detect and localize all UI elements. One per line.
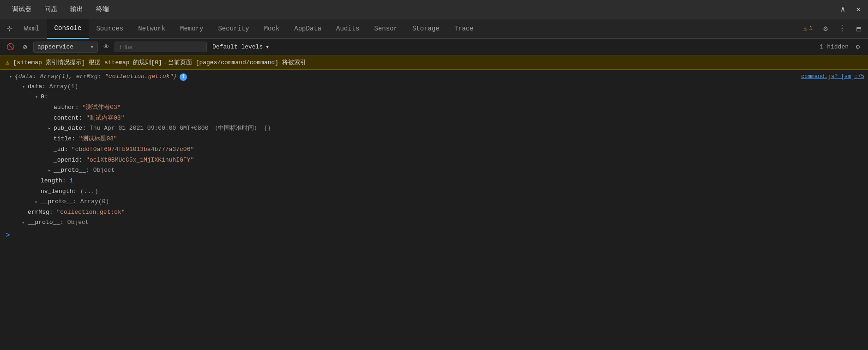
tab-sources[interactable]: Sources <box>89 18 131 39</box>
warning-bar: ⚠ [sitemap 索引情况提示] 根据 sitemap 的规则[0]，当前页… <box>0 55 868 70</box>
level-arrow: ▾ <box>265 43 269 51</box>
eye-icon[interactable]: 👁 <box>100 41 113 54</box>
tab-audits[interactable]: Audits <box>329 18 367 39</box>
menu-output[interactable]: 输出 <box>64 2 90 16</box>
console-content: {data: Array(1), errMsg: "collection.get… <box>0 70 868 350</box>
warning-text: [sitemap 索引情况提示] 根据 sitemap 的规则[0]，当前页面 … <box>13 58 306 66</box>
clear-console-button[interactable]: 🚫 <box>4 41 17 54</box>
hidden-count: 1 hidden ⚙ <box>820 41 864 54</box>
tab-mock[interactable]: Mock <box>257 18 287 39</box>
nv-length-value: (...) <box>80 187 98 196</box>
proto1-line[interactable]: __proto__: Object <box>0 165 868 175</box>
pubdate-expand-arrow[interactable] <box>46 126 53 132</box>
content-value: "测试内容03" <box>86 114 124 123</box>
proto3-key: __proto__: <box>28 218 64 227</box>
id-value: "cbddf0af6074fb91013ba4b777a37c06" <box>72 145 194 154</box>
content-line: content: "测试内容03" <box>0 113 868 123</box>
root-object-line[interactable]: {data: Array(1), errMsg: "collection.get… <box>0 72 868 82</box>
errmsg-key: errMsg: <box>28 208 53 217</box>
warning-badge[interactable]: ⚠ 1 <box>800 23 816 34</box>
index0-expand-arrow[interactable] <box>33 94 40 101</box>
errmsg-line: errMsg: "collection.get:ok" <box>0 207 868 217</box>
data-type: Array(1) <box>49 82 78 91</box>
minimize-button[interactable]: ∧ <box>839 3 847 16</box>
id-key-text: _id: <box>54 145 68 154</box>
tab-appdata[interactable]: AppData <box>287 18 329 39</box>
tab-memory[interactable]: Memory <box>173 18 211 39</box>
settings-icon[interactable]: ⚙ <box>818 21 833 36</box>
service-select[interactable]: appservice ▾ <box>33 42 98 53</box>
filter-input[interactable] <box>115 42 207 52</box>
proto1-expand-arrow[interactable] <box>46 168 53 174</box>
index-0-line[interactable]: 0: <box>0 92 868 102</box>
openid-value: "oclXt0BMUeC5x_1MjIXKihuhIGFY" <box>86 156 194 165</box>
source-ref[interactable]: command.js? [sm]:75 <box>792 72 864 81</box>
nv-length-line: nv_length: (...) <box>0 186 868 197</box>
tab-storage[interactable]: Storage <box>405 18 447 39</box>
index-0-key: 0: <box>41 92 48 102</box>
tab-network[interactable]: Network <box>131 18 173 39</box>
proto2-value: Array(0) <box>80 197 109 206</box>
author-key: author: <box>54 103 79 112</box>
nv-length-key: nv_length: <box>41 187 77 196</box>
menu-issues[interactable]: 问题 <box>38 2 64 16</box>
settings-icon-toolbar[interactable]: ⚙ <box>851 41 864 54</box>
proto3-expand-arrow[interactable] <box>20 220 27 226</box>
hidden-count-text: 1 hidden <box>820 43 849 50</box>
toolbar-right: 1 hidden ⚙ <box>820 41 864 54</box>
proto3-value: Object <box>67 218 89 227</box>
tab-console[interactable]: Console <box>47 18 89 39</box>
menu-terminal[interactable]: 终端 <box>90 2 115 16</box>
author-value: "测试作者03" <box>82 103 121 112</box>
proto2-expand-arrow[interactable] <box>33 199 40 205</box>
content-key: content: <box>54 114 82 123</box>
service-value: appservice <box>37 43 73 50</box>
close-button[interactable]: ✕ <box>854 3 862 16</box>
errmsg-value: "collection.get:ok" <box>56 208 125 217</box>
proto1-key: __proto__: <box>54 166 90 175</box>
title-key: title: <box>54 134 75 144</box>
id-line: _id: "cbddf0af6074fb91013ba4b777a37c06" <box>0 144 868 155</box>
title-value: "测试标题03" <box>79 134 117 144</box>
dropdown-arrow: ▾ <box>90 43 94 51</box>
warning-icon: ⚠ <box>803 25 807 32</box>
level-label: Default levels <box>212 43 263 50</box>
tab-security[interactable]: Security <box>211 18 256 39</box>
data-key: data: <box>28 82 46 91</box>
length-value: 1 <box>69 176 73 186</box>
block-icon[interactable]: ⊘ <box>18 41 31 54</box>
length-key: length: <box>41 176 66 186</box>
tab-bar-right: ⚠ 1 ⚙ ⋮ ⬒ <box>800 21 866 36</box>
tab-wxml[interactable]: Wxml <box>17 18 47 39</box>
proto3-line[interactable]: __proto__: Object <box>0 217 868 228</box>
root-expand-arrow[interactable] <box>7 74 14 80</box>
menu-bar: 调试器 问题 输出 终端 ∧ ✕ <box>0 0 868 18</box>
title-line: title: "测试标题03" <box>0 133 868 144</box>
window-controls: ∧ ✕ <box>839 3 862 16</box>
menu-debugger[interactable]: 调试器 <box>6 2 38 16</box>
openid-key-text: _openid: <box>54 156 82 165</box>
prompt-line[interactable]: > <box>0 229 868 241</box>
cursor-icon[interactable]: ⊹ <box>2 21 17 36</box>
proto2-key: __proto__: <box>41 197 77 206</box>
openid-line: _openid: "oclXt0BMUeC5x_1MjIXKihuhIGFY" <box>0 155 868 165</box>
pub-date-line[interactable]: pub_date: Thu Apr 01 2021 09:00:00 GMT+0… <box>0 123 868 133</box>
tab-sensor[interactable]: Sensor <box>367 18 405 39</box>
proto2-line[interactable]: __proto__: Array(0) <box>0 197 868 207</box>
data-expand-arrow[interactable] <box>20 84 27 91</box>
more-icon[interactable]: ⋮ <box>835 21 850 36</box>
info-icon[interactable]: i <box>180 73 187 81</box>
prompt-symbol: > <box>6 231 10 240</box>
author-line: author: "测试作者03" <box>0 102 868 113</box>
root-object-text: {data: Array(1), errMsg: "collection.get… <box>15 72 177 81</box>
dock-icon[interactable]: ⬒ <box>851 21 866 36</box>
pub-date-value: Thu Apr 01 2021 09:00:00 GMT+0800 （中国标准时… <box>90 124 271 133</box>
proto1-value: Object <box>93 166 115 175</box>
tab-trace[interactable]: Trace <box>447 18 481 39</box>
warning-triangle-icon: ⚠ <box>6 59 9 66</box>
length-line: length: 1 <box>0 175 868 186</box>
console-wrapper: ⊹ Wxml Console Sources Network Memory Se… <box>0 18 868 350</box>
tab-bar: ⊹ Wxml Console Sources Network Memory Se… <box>0 18 868 39</box>
level-select[interactable]: Default levels ▾ <box>209 42 273 52</box>
data-array-line[interactable]: data: Array(1) <box>0 82 868 92</box>
